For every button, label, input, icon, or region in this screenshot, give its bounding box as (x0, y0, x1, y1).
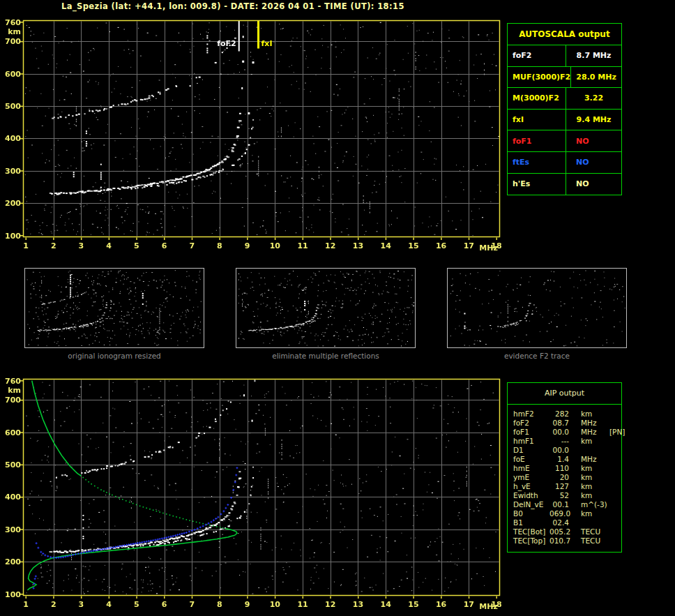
table-row: Ewidth52km (513, 491, 621, 500)
parameter-value: 28.0 MHz (570, 67, 621, 88)
thumbnail-caption: original ionogram resized (24, 352, 204, 360)
thumbnail-caption: eliminate multiple reflections (236, 352, 416, 360)
cell-note (609, 410, 621, 419)
table-row: foE1.4MHz (513, 455, 621, 464)
autoscala-panel: AUTOSCALA output foF28.7 MHzMUF(3000)F22… (507, 23, 622, 195)
cell-name: hmE (513, 464, 549, 473)
cell-aip-val: 010.7 (549, 536, 581, 546)
bottom-ionogram-canvas (0, 375, 505, 613)
cell-note (609, 536, 621, 546)
cell-aip-val: 282 (549, 410, 581, 419)
aip-panel-title: AIP output (508, 383, 621, 405)
table-row: B102.4 (513, 518, 621, 527)
table-row: fxI9.4 MHz (508, 110, 621, 131)
top-ionogram-canvas (0, 17, 505, 254)
cell-aip-val: 52 (549, 491, 581, 500)
cell-aip-val: 02.4 (549, 518, 581, 527)
autoscala-app-window: { "header": { "title": "La_Spezia (lat: … (0, 0, 675, 616)
cell-name: TEC[Bot] (513, 527, 549, 536)
cell-aip-val: 00.1 (549, 500, 581, 509)
cell-note (609, 473, 621, 482)
thumbnail-evidence-f2-trace (447, 268, 627, 348)
cell-name: h_vE (513, 482, 549, 491)
cell-unit: km (581, 464, 609, 473)
autoscala-panel-title: AUTOSCALA output (508, 24, 621, 45)
table-row: foF100.0MHz[PN] (513, 428, 621, 437)
table-row: hmE110km (513, 464, 621, 473)
cell-unit: km (581, 509, 609, 518)
cell-name: Ewidth (513, 491, 549, 500)
cell-note (609, 446, 621, 455)
cell-unit: TECU (581, 536, 609, 546)
cell-aip-val: 110 (549, 464, 581, 473)
cell-aip-val: 20 (549, 473, 581, 482)
table-row: h_vE127km (513, 482, 621, 491)
cell-aip-val: 08.7 (549, 419, 581, 428)
cell-name: TEC[Top] (513, 536, 549, 546)
table-row: TEC[Bot]005.2TECU (513, 527, 621, 536)
parameter-label: M(3000)F2 (508, 88, 566, 109)
cell-name: foF1 (513, 428, 549, 437)
parameter-value: NO (566, 174, 621, 195)
cell-unit (581, 446, 609, 455)
cell-note (609, 500, 621, 509)
cell-note (609, 509, 621, 518)
table-row: M(3000)F23.22 (508, 88, 621, 110)
cell-note: [PN] (609, 428, 625, 437)
parameter-value: NO (566, 152, 621, 173)
thumbnail-eliminate-reflections (236, 268, 416, 348)
aip-table: hmF2282kmfoF208.7MHzfoF100.0MHz[PN]hmF1-… (508, 405, 621, 546)
cell-note (609, 455, 621, 464)
table-row: B0069.0km (513, 509, 621, 518)
cell-unit: km (581, 437, 609, 446)
parameter-label: fxI (508, 110, 566, 130)
cell-unit: km (581, 473, 609, 482)
table-row: foF1NO (508, 130, 621, 152)
table-row: ftEsNO (508, 152, 621, 174)
cell-unit: m^(-3) (581, 500, 609, 509)
cell-name: B0 (513, 509, 549, 518)
cell-aip-val: 00.0 (549, 428, 581, 437)
cell-aip-val: 1.4 (549, 455, 581, 464)
table-row: D100.0 (513, 446, 621, 455)
parameter-label: ftEs (508, 152, 566, 173)
cell-note (609, 437, 621, 446)
autoscala-table: foF28.7 MHzMUF(3000)F228.0 MHzM(3000)F23… (508, 45, 621, 195)
cell-aip-val: 069.0 (549, 509, 581, 518)
table-row: ymE20km (513, 473, 621, 482)
thumbnail-caption: evidence F2 trace (447, 352, 627, 360)
cell-aip-val: 00.0 (549, 446, 581, 455)
parameter-value: 8.7 MHz (566, 45, 621, 66)
cell-name: D1 (513, 446, 549, 455)
table-row: hmF1---km (513, 437, 621, 446)
cell-unit: MHz (581, 428, 609, 437)
cell-unit: km (581, 491, 609, 500)
cell-note (609, 419, 621, 428)
parameter-label: h'Es (508, 174, 566, 195)
cell-unit: TECU (581, 527, 609, 536)
cell-unit: km (581, 410, 609, 419)
cell-name: DelN_vE (513, 500, 549, 509)
cell-name: foF2 (513, 419, 549, 428)
cell-note (609, 482, 621, 491)
cell-note (609, 464, 621, 473)
parameter-label: foF2 (508, 45, 566, 66)
cell-unit (581, 518, 609, 527)
aip-panel: AIP output hmF2282kmfoF208.7MHzfoF100.0M… (507, 382, 622, 553)
thumbnail-original-ionogram (24, 268, 204, 348)
cell-note (609, 527, 621, 536)
cell-name: foE (513, 455, 549, 464)
table-row: MUF(3000)F228.0 MHz (508, 67, 621, 89)
cell-name: B1 (513, 518, 549, 527)
table-row: foF208.7MHz (513, 419, 621, 428)
cell-aip-val: 127 (549, 482, 581, 491)
cell-unit: km (581, 482, 609, 491)
parameter-value: 9.4 MHz (566, 110, 621, 130)
cell-name: ymE (513, 473, 549, 482)
cell-note (609, 491, 621, 500)
table-row: h'EsNO (508, 174, 621, 195)
table-row: DelN_vE00.1m^(-3) (513, 500, 621, 509)
cell-unit: MHz (581, 419, 609, 428)
table-row: TEC[Top]010.7TECU (513, 536, 621, 546)
parameter-label: foF1 (508, 130, 566, 151)
